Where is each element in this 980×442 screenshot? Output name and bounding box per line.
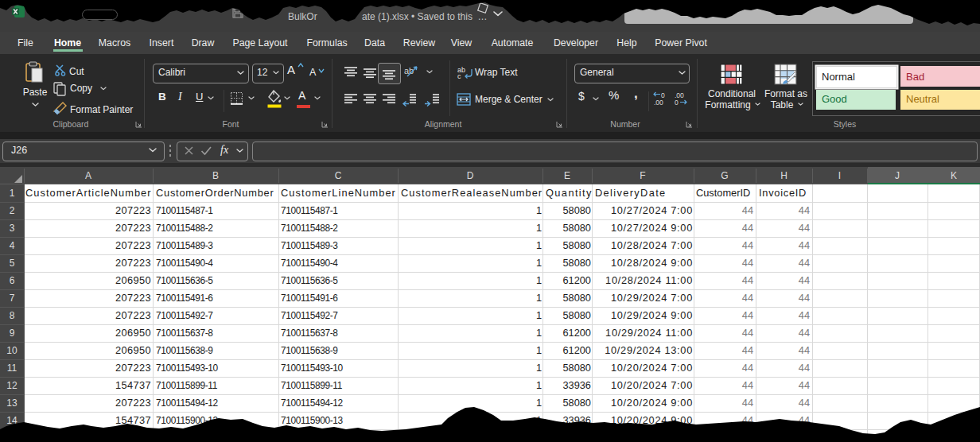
- svg-text:c: c: [457, 72, 461, 79]
